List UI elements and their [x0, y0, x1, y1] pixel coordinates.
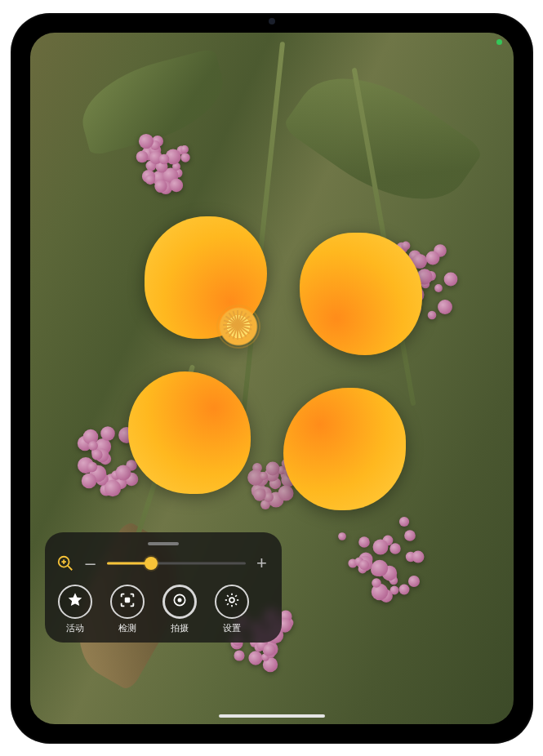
- svg-line-14: [227, 603, 229, 605]
- gear-icon: [223, 591, 241, 612]
- screen: – +: [30, 33, 514, 724]
- activities-label: 活动: [66, 622, 84, 634]
- action-buttons-row: 活动 检测: [56, 585, 270, 634]
- svg-point-7: [229, 598, 234, 603]
- bezel: – +: [19, 21, 525, 736]
- zoom-slider[interactable]: [107, 554, 246, 573]
- svg-line-13: [235, 603, 237, 605]
- detect-button[interactable]: [110, 585, 145, 619]
- front-camera-dot: [269, 18, 275, 24]
- magnifier-viewport[interactable]: – +: [30, 33, 514, 724]
- svg-point-6: [177, 598, 181, 602]
- svg-rect-4: [124, 597, 129, 602]
- settings-label: 设置: [223, 622, 241, 634]
- svg-line-12: [227, 595, 229, 597]
- zoom-in-button[interactable]: +: [254, 554, 270, 572]
- magnifier-plus-icon: [56, 554, 74, 572]
- flower-cluster: [326, 504, 432, 610]
- settings-button[interactable]: [215, 585, 249, 619]
- panel-grabber[interactable]: [148, 542, 179, 545]
- detect-label: 检测: [118, 622, 136, 634]
- poppy-flower: [132, 220, 345, 433]
- star-icon: [66, 591, 84, 612]
- home-indicator[interactable]: [219, 714, 325, 718]
- zoom-row: – +: [56, 554, 270, 573]
- capture-button[interactable]: [162, 585, 197, 619]
- svg-line-15: [235, 595, 237, 597]
- controls-panel: – +: [45, 532, 282, 643]
- zoom-out-button[interactable]: –: [82, 554, 99, 572]
- capture-target-icon: [171, 592, 188, 611]
- ipad-device-frame: – +: [11, 13, 533, 744]
- camera-active-indicator: [496, 39, 502, 45]
- svg-line-1: [67, 565, 71, 569]
- detect-frame-icon: [118, 591, 136, 612]
- activities-button[interactable]: [58, 585, 92, 619]
- flower-cluster: [128, 131, 194, 196]
- capture-label: 拍摄: [171, 622, 189, 634]
